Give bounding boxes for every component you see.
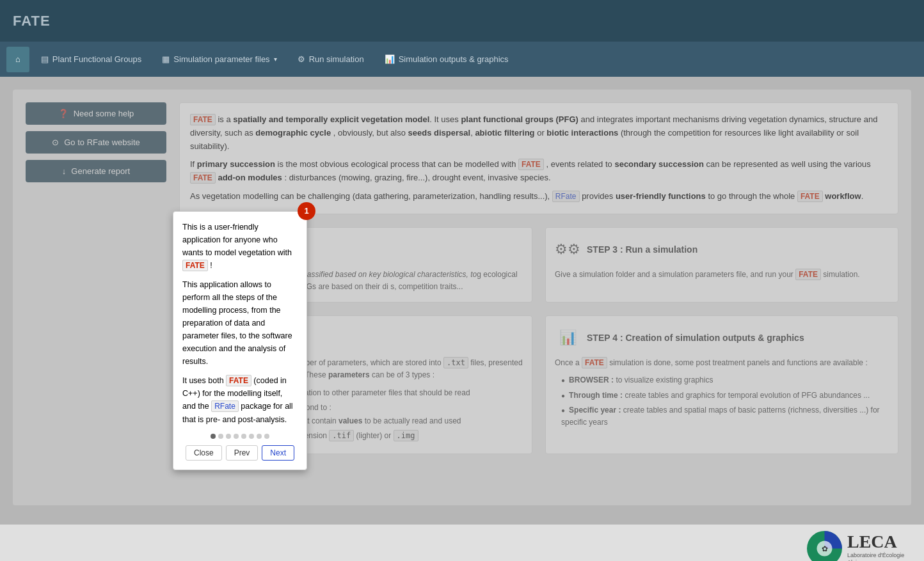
footer: ✿ LECA Laboratoire d'Écologie Alpine <box>0 525 924 561</box>
nav-pfg[interactable]: ▤ Plant Functional Groups <box>32 47 150 72</box>
rfate-tag-tooltip: RFate <box>211 400 239 412</box>
pagination-dot-2 <box>218 434 223 439</box>
dropdown-icon: ▾ <box>274 56 277 63</box>
runsim-icon: ⚙ <box>298 54 305 64</box>
pagination-dot-3 <box>226 434 231 439</box>
tooltip-para1: This is a user-friendly application for … <box>182 221 298 272</box>
outputs-icon: 📊 <box>385 54 395 64</box>
app-title: FATE <box>13 13 51 29</box>
modal-overlay <box>0 77 924 525</box>
svg-text:✿: ✿ <box>822 544 828 553</box>
tooltip-step-badge: 1 <box>298 202 315 220</box>
leca-logo: ✿ LECA Laboratoire d'Écologie Alpine <box>807 531 911 561</box>
leca-subtitle: Laboratoire d'Écologie Alpine <box>847 552 911 561</box>
pagination-dot-1 <box>211 434 216 439</box>
leca-logo-svg: ✿ <box>807 531 842 561</box>
pagination-dot-5 <box>241 434 246 439</box>
fate-tag-tooltip2: FATE <box>226 375 251 386</box>
simparams-icon: ▦ <box>162 54 170 64</box>
tooltip-pagination <box>182 434 298 439</box>
nav-outputs[interactable]: 📊 Simulation outputs & graphics <box>376 47 518 72</box>
pagination-dot-6 <box>249 434 254 439</box>
nav-menu: ⌂ ▤ Plant Functional Groups ▦ Simulation… <box>0 42 924 77</box>
nav-runsim[interactable]: ⚙ Run simulation <box>289 47 373 72</box>
navbar: FATE <box>0 0 924 42</box>
main-area: ❓ Need some help ⊙ Go to RFate website ↓… <box>0 77 924 525</box>
pagination-dot-8 <box>264 434 269 439</box>
home-icon: ⌂ <box>15 54 20 64</box>
leca-name: LECA <box>847 532 911 552</box>
leca-circle-container: ✿ <box>807 531 842 561</box>
tooltip-para2: This application allows to perform all t… <box>182 278 298 368</box>
nav-simparams[interactable]: ▦ Simulation parameter files ▾ <box>153 47 285 72</box>
pfg-icon: ▤ <box>41 54 49 64</box>
prev-button[interactable]: Prev <box>226 445 259 461</box>
tooltip-para3: It uses both FATE (coded in C++) for the… <box>182 374 298 425</box>
pagination-dot-4 <box>234 434 239 439</box>
nav-home[interactable]: ⌂ <box>6 47 29 72</box>
close-button[interactable]: Close <box>186 445 222 461</box>
tooltip-popup: 1 This is a user-friendly application fo… <box>173 211 307 470</box>
pagination-dot-7 <box>257 434 262 439</box>
next-button[interactable]: Next <box>262 445 294 461</box>
fate-tag-tooltip: FATE <box>182 260 208 271</box>
tooltip-buttons: Close Prev Next <box>182 445 298 461</box>
